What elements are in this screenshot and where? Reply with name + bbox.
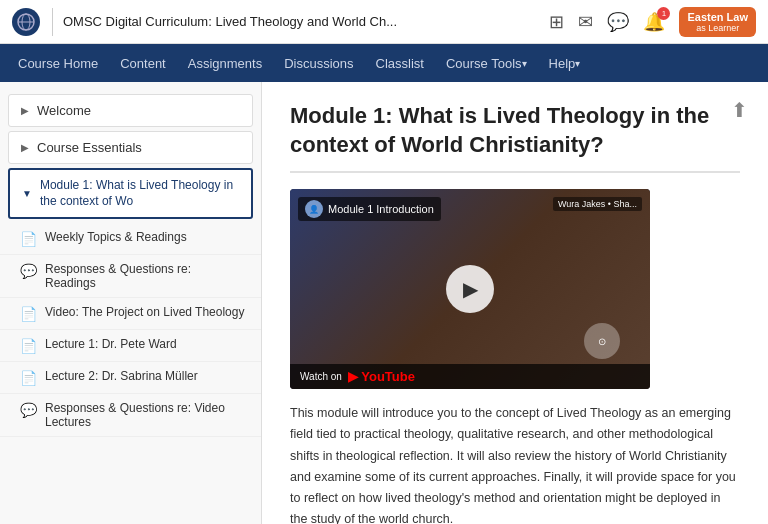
nav-content[interactable]: Content — [110, 44, 176, 82]
video-bottom-bar: Watch on ▶ YouTube — [290, 364, 650, 389]
chat-icon-3: 💬 — [20, 402, 37, 418]
chevron-right-icon-2: ▶ — [21, 142, 29, 153]
sidebar-subitems: 📄 Weekly Topics & Readings 💬 Responses &… — [0, 223, 261, 437]
logo-icon — [12, 8, 40, 36]
document-icon: 📄 — [20, 231, 37, 247]
mail-icon[interactable]: ✉ — [578, 11, 593, 33]
page-title: OMSC Digital Curriculum: Lived Theology … — [63, 14, 539, 29]
logo-area — [12, 8, 53, 36]
video-label: 👤 Module 1 Introduction — [298, 197, 441, 221]
top-bar-icons: ⊞ ✉ 💬 🔔 1 Easten Law as Learner — [549, 7, 756, 37]
watch-on-label: Watch on — [300, 371, 342, 382]
document-icon-3: 📄 — [20, 338, 37, 354]
sidebar-item-label: Welcome — [37, 103, 91, 118]
top-bar: OMSC Digital Curriculum: Lived Theology … — [0, 0, 768, 44]
content-title: Module 1: What is Lived Theology in the … — [290, 102, 740, 159]
chevron-right-icon: ▶ — [21, 105, 29, 116]
sidebar: ▶ Welcome ▶ Course Essentials ▼ Module 1… — [0, 82, 262, 524]
upload-icon[interactable]: ⬆ — [731, 98, 748, 122]
sidebar-item-label-2: Course Essentials — [37, 140, 142, 155]
sharer-label: Wura Jakes • Sha... — [553, 197, 642, 211]
video-thumbnail[interactable]: 👤 Module 1 Introduction Wura Jakes • Sha… — [290, 189, 650, 389]
subitem-responses-video[interactable]: 💬 Responses & Questions re: Video Lectur… — [0, 394, 261, 437]
subitem-lecture1[interactable]: 📄 Lecture 1: Dr. Pete Ward — [0, 330, 261, 362]
content-description: This module will introduce you to the co… — [290, 403, 740, 524]
chevron-down-icon: ▼ — [22, 188, 32, 199]
watermark-icon: ⊙ — [584, 323, 620, 359]
bell-icon[interactable]: 🔔 1 — [643, 11, 665, 33]
grid-icon[interactable]: ⊞ — [549, 11, 564, 33]
subitem-lecture2[interactable]: 📄 Lecture 2: Dr. Sabrina Müller — [0, 362, 261, 394]
youtube-logo: ▶ YouTube — [348, 369, 415, 384]
content-header: Module 1: What is Lived Theology in the … — [290, 102, 740, 173]
user-avatar[interactable]: Easten Law as Learner — [679, 7, 756, 37]
play-button[interactable]: ▶ — [446, 265, 494, 313]
sidebar-item-module1[interactable]: ▼ Module 1: What is Lived Theology in th… — [8, 168, 253, 219]
content-area: ⬆ Module 1: What is Lived Theology in th… — [262, 82, 768, 524]
sidebar-item-course-essentials[interactable]: ▶ Course Essentials — [8, 131, 253, 164]
nav-course-home[interactable]: Course Home — [8, 44, 108, 82]
document-icon-4: 📄 — [20, 370, 37, 386]
nav-course-tools[interactable]: Course Tools — [436, 44, 537, 82]
nav-classlist[interactable]: Classlist — [366, 44, 434, 82]
sidebar-item-welcome[interactable]: ▶ Welcome — [8, 94, 253, 127]
logo-svg — [17, 13, 35, 31]
nav-discussions[interactable]: Discussions — [274, 44, 363, 82]
presenter-avatar: 👤 — [305, 200, 323, 218]
subitem-weekly-topics[interactable]: 📄 Weekly Topics & Readings — [0, 223, 261, 255]
notification-badge: 1 — [657, 7, 670, 20]
nav-bar: Course Home Content Assignments Discussi… — [0, 44, 768, 82]
nav-help[interactable]: Help — [539, 44, 591, 82]
chat-icon-2: 💬 — [20, 263, 37, 279]
user-role: as Learner — [696, 23, 739, 33]
chat-icon[interactable]: 💬 — [607, 11, 629, 33]
sidebar-item-label-3: Module 1: What is Lived Theology in the … — [40, 178, 239, 209]
nav-assignments[interactable]: Assignments — [178, 44, 272, 82]
main-layout: ▶ Welcome ▶ Course Essentials ▼ Module 1… — [0, 82, 768, 524]
subitem-responses-readings[interactable]: 💬 Responses & Questions re: Readings — [0, 255, 261, 298]
document-icon-2: 📄 — [20, 306, 37, 322]
user-name: Easten Law — [687, 11, 748, 23]
subitem-video-project[interactable]: 📄 Video: The Project on Lived Theology — [0, 298, 261, 330]
